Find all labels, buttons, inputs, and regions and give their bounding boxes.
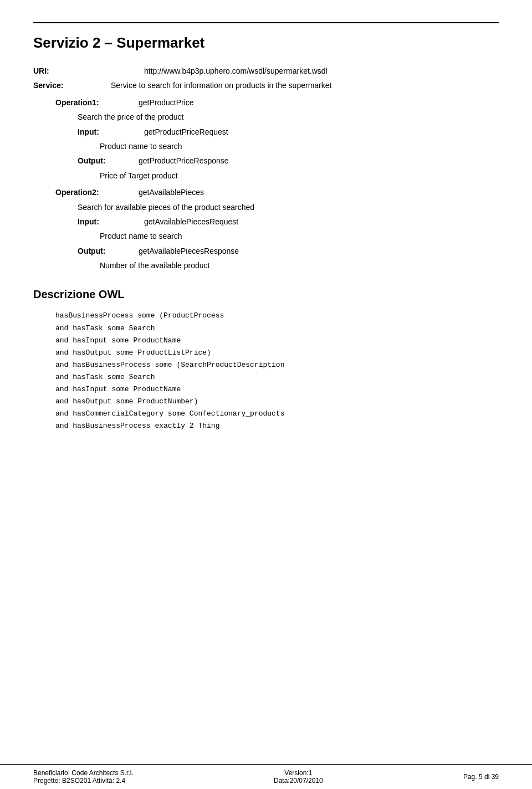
service-row: Service: Service to search for informati… [33, 79, 499, 91]
owl-line-5: and hasBusinessProcess some (SearchProdu… [55, 359, 499, 371]
page-number-text: Pag. 5 di 39 [463, 773, 499, 781]
operation2-output-desc: Number of the available product [33, 259, 499, 271]
operation2-output-row: Output: getAvailablePiecesResponse [33, 245, 499, 257]
operation1-row: Operation1: getProductPrice [33, 96, 499, 109]
operation2-row: Operation2: getAvailablePieces [33, 186, 499, 198]
owl-section-title: Descrizione OWL [33, 288, 499, 301]
owl-line-1: hasBusinessProcess some (ProductProcess [55, 310, 499, 322]
uri-row: URI: http://www.b4p3p.uphero.com/wsdl/su… [33, 65, 499, 77]
operation1-input-value: getProductPriceRequest [122, 126, 228, 138]
operation1-output-value: getProductPriceResponse [122, 155, 229, 167]
operation1-input-desc: Product name to search [33, 140, 499, 152]
operation1-output-row: Output: getProductPriceResponse [33, 155, 499, 167]
owl-line-8: and hasOutput some ProductNumber) [55, 396, 499, 408]
operation2-input-row: Input: getAvailablePiecesRequest [33, 216, 499, 228]
owl-line-4: and hasOutput some ProductListPrice) [55, 347, 499, 359]
operation1-input-row: Input: getProductPriceRequest [33, 126, 499, 138]
beneficiario-text: Beneficiario: Code Architects S.r.l. [33, 769, 134, 777]
owl-line-6: and hasTask some Search [55, 371, 499, 383]
operation1-description: Search the price of the product [33, 111, 499, 123]
footer-right: Pag. 5 di 39 [463, 769, 499, 785]
uri-value: http://www.b4p3p.uphero.com/wsdl/superma… [78, 65, 328, 77]
top-border [33, 22, 499, 23]
version-text: Version:1 [284, 769, 312, 777]
footer-left: Beneficiario: Code Architects S.r.l. Pro… [33, 769, 134, 785]
operation2-description: Search for available pieces of the produ… [33, 201, 499, 213]
operation2-input-label: Input: [78, 216, 122, 228]
date-text: Data:20/07/2010 [274, 777, 323, 785]
owl-line-9: and hasCommercialCategory some Confectio… [55, 408, 499, 420]
operation2-output-label: Output: [78, 245, 122, 257]
page-title: Servizio 2 – Supermarket [33, 34, 499, 52]
operation1-value: getProductPrice [122, 96, 194, 109]
service-value: Service to search for information on pro… [78, 79, 331, 91]
owl-line-2: and hasTask some Search [55, 322, 499, 335]
operation1-label: Operation1: [33, 96, 122, 109]
operation2-block: Operation2: getAvailablePieces Search fo… [33, 186, 499, 271]
footer-center: Version:1 Data:20/07/2010 [274, 769, 323, 785]
operation2-value: getAvailablePieces [122, 186, 204, 198]
service-info: URI: http://www.b4p3p.uphero.com/wsdl/su… [33, 65, 499, 271]
operation1-output-label: Output: [78, 155, 122, 167]
service-label: Service: [33, 79, 78, 91]
operation2-label: Operation2: [33, 186, 122, 198]
progetto-text: Progetto: B2SO201 Attività: 2.4 [33, 777, 134, 785]
operation2-input-value: getAvailablePiecesRequest [122, 216, 238, 228]
owl-line-10: and hasBusinessProcess exactly 2 Thing [55, 420, 499, 432]
operation2-output-value: getAvailablePiecesResponse [122, 245, 239, 257]
uri-label: URI: [33, 65, 78, 77]
operation1-block: Operation1: getProductPrice Search the p… [33, 96, 499, 182]
operation2-input-desc: Product name to search [33, 230, 499, 242]
operation1-output-desc: Price of Target product [33, 170, 499, 182]
page-footer: Beneficiario: Code Architects S.r.l. Pro… [0, 764, 532, 789]
operation1-input-label: Input: [78, 126, 122, 138]
owl-line-3: and hasInput some ProductName [55, 335, 499, 347]
owl-code-block: hasBusinessProcess some (ProductProcess … [33, 310, 499, 432]
owl-line-7: and hasInput some ProductName [55, 383, 499, 396]
